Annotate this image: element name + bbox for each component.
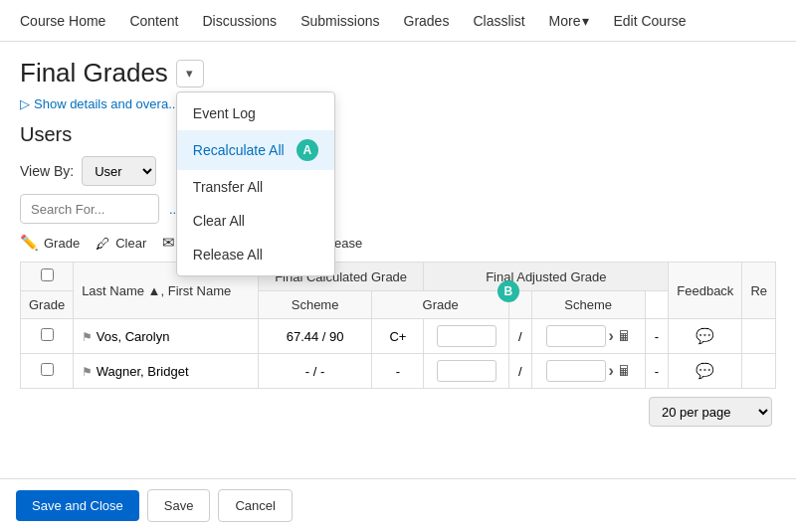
menu-item-transfer-all[interactable]: Transfer All [177, 170, 334, 204]
row1-feedback-icon[interactable]: 💬 [696, 327, 714, 344]
row1-adj-grade-input[interactable] [437, 325, 497, 347]
nav-more[interactable]: More ▾ [537, 3, 602, 39]
view-by-row: View By: User Group [20, 156, 776, 186]
title-dropdown-button[interactable]: ▾ [176, 60, 204, 88]
row1-feedback: 💬 [669, 319, 742, 354]
save-and-close-button[interactable]: Save and Close [16, 490, 139, 521]
row1-checkbox-cell [21, 319, 74, 354]
users-section-title: Users [20, 123, 776, 146]
row1-calc-button[interactable]: 🖩 [617, 328, 631, 344]
row1-slash: / [508, 319, 531, 354]
row2-adj-grade-input[interactable] [437, 360, 497, 382]
row2-checkbox[interactable] [41, 363, 54, 376]
page-title-row: Final Grades ▾ Event Log Recalculate All… [20, 58, 776, 89]
row1-adj-actions: › 🖩 [531, 319, 645, 354]
col-subheader-calc-grade: Grade [21, 291, 74, 319]
pagination-row: 10 per page 20 per page 50 per page [20, 389, 776, 435]
clear-button[interactable]: 🖊 Clear [96, 235, 146, 252]
row2-feedback: 💬 [669, 354, 742, 389]
show-details-link[interactable]: ▷ Show details and overa... [20, 96, 776, 111]
search-input[interactable] [20, 194, 159, 224]
flag-icon: ⚑ [82, 330, 93, 344]
row1-calc-scheme: C+ [372, 319, 424, 354]
clear-icon: 🖊 [96, 235, 110, 252]
menu-item-release-all[interactable]: Release All [177, 238, 334, 271]
cancel-button[interactable]: Cancel [218, 489, 292, 522]
row2-chevron-button[interactable]: › [609, 362, 614, 380]
row2-feedback-icon[interactable]: 💬 [696, 362, 714, 379]
col-header-feedback: Feedback [669, 263, 742, 319]
col-header-checkbox [21, 263, 74, 291]
row1-adj-grade-cell [424, 319, 509, 354]
badge-b: B [498, 280, 519, 302]
col-header-final-adj: Final Adjusted Grade [424, 263, 669, 291]
row2-calc-button[interactable]: 🖩 [617, 363, 631, 379]
search-row: ...tions [20, 194, 776, 224]
row2-adj-scheme: - [645, 354, 669, 389]
row2-checkbox-cell [21, 354, 74, 389]
menu-item-event-log[interactable]: Event Log [177, 96, 334, 130]
save-button[interactable]: Save [147, 489, 211, 522]
action-bar: ✏️ Grade 🖊 Clear ✉ Email 👥 Release/Unrel… [20, 234, 776, 252]
page-title: Final Grades [20, 58, 168, 89]
row2-adj-actions: › 🖩 [531, 354, 645, 389]
badge-a: A [297, 139, 318, 161]
nav-course-home[interactable]: Course Home [8, 3, 117, 39]
triangle-icon: ▷ [20, 96, 30, 111]
chevron-down-icon: ▾ [186, 66, 193, 81]
row2-slash: / [508, 354, 531, 389]
bottom-bar: Save and Close Save Cancel [0, 478, 796, 532]
main-content: Final Grades ▾ Event Log Recalculate All… [0, 42, 796, 532]
top-navigation: Course Home Content Discussions Submissi… [0, 0, 796, 42]
row2-adj-scheme-input[interactable] [546, 360, 606, 382]
row2-calc-grade: - / - [258, 354, 372, 389]
email-icon: ✉ [162, 234, 175, 252]
row1-checkbox[interactable] [41, 328, 54, 341]
dropdown-menu: Event Log Recalculate All A Transfer All… [176, 91, 335, 276]
row2-adj-grade-cell [424, 354, 509, 389]
flag-icon: ⚑ [82, 365, 93, 379]
view-by-label: View By: [20, 163, 74, 179]
per-page-select[interactable]: 10 per page 20 per page 50 per page [649, 397, 772, 427]
row1-re [742, 319, 776, 354]
nav-classlist[interactable]: Classlist [461, 3, 536, 39]
row1-adj-scheme-input[interactable] [546, 325, 606, 347]
row2-re [742, 354, 776, 389]
view-by-select[interactable]: User Group [82, 156, 156, 186]
select-all-checkbox[interactable] [41, 268, 54, 281]
title-dropdown-wrapper: ▾ Event Log Recalculate All A Transfer A… [176, 60, 204, 88]
row2-name: ⚑ Wagner, Bridget [74, 354, 259, 389]
grade-table: Last Name ▲, First Name Final Calculated… [20, 262, 776, 389]
col-subheader-calc-scheme: Scheme [258, 291, 372, 319]
grade-icon: ✏️ [20, 234, 39, 252]
menu-item-clear-all[interactable]: Clear All [177, 204, 334, 238]
row1-chevron-button[interactable]: › [609, 327, 614, 345]
col-subheader-adj-scheme: Scheme [531, 291, 645, 319]
nav-edit-course[interactable]: Edit Course [601, 3, 697, 39]
chevron-down-icon: ▾ [582, 13, 589, 29]
row2-calc-scheme: - [372, 354, 424, 389]
row1-name: ⚑ Vos, Carolyn [74, 319, 259, 354]
col-subheader-adj-grade: Grade B [372, 291, 509, 319]
table-row: ⚑ Vos, Carolyn 67.44 / 90 C+ / › 🖩 - [21, 319, 776, 354]
nav-discussions[interactable]: Discussions [190, 3, 289, 39]
col-header-re: Re [742, 263, 776, 319]
row1-calc-grade: 67.44 / 90 [258, 319, 372, 354]
nav-grades[interactable]: Grades [392, 3, 462, 39]
grade-button[interactable]: ✏️ Grade [20, 234, 80, 252]
menu-item-recalculate-all[interactable]: Recalculate All A [177, 130, 334, 170]
table-row: ⚑ Wagner, Bridget - / - - / › 🖩 - [21, 354, 776, 389]
nav-content[interactable]: Content [117, 3, 190, 39]
nav-submissions[interactable]: Submissions [289, 3, 391, 39]
row1-adj-scheme: - [645, 319, 669, 354]
